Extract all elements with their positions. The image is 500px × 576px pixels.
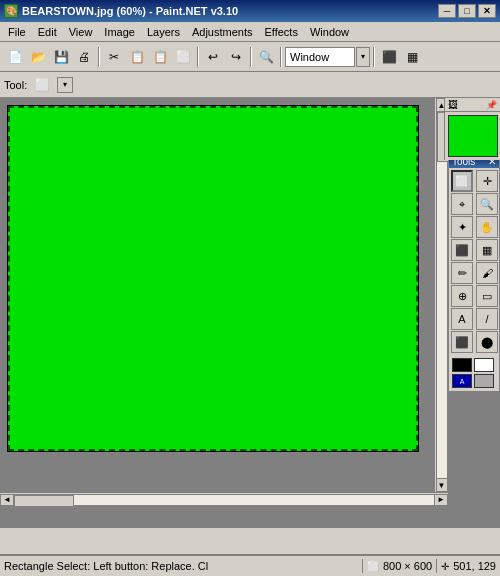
menu-image[interactable]: Image bbox=[98, 22, 141, 41]
menu-bar: File Edit View Image Layers Adjustments … bbox=[0, 22, 500, 42]
maximize-button[interactable]: □ bbox=[458, 4, 476, 18]
tool-pencil[interactable]: ✏ bbox=[451, 262, 473, 284]
hscroll-thumb[interactable] bbox=[14, 495, 74, 507]
vscroll-track[interactable] bbox=[436, 112, 448, 478]
undo-button[interactable]: ↩ bbox=[202, 46, 224, 68]
tool-zoom[interactable]: 🔍 bbox=[476, 193, 498, 215]
extra-btn2[interactable]: ▦ bbox=[401, 46, 423, 68]
tool-move[interactable]: ✛ bbox=[476, 170, 498, 192]
status-sep2 bbox=[436, 559, 437, 573]
thumbnail-panel: 🖼 📌 bbox=[444, 98, 500, 160]
thumbnail-pin-icon[interactable]: 📌 bbox=[486, 100, 497, 110]
menu-edit[interactable]: Edit bbox=[32, 22, 63, 41]
menu-file[interactable]: File bbox=[2, 22, 32, 41]
deselect-button[interactable]: ⬜ bbox=[172, 46, 194, 68]
tool-icon[interactable]: ⬜ bbox=[31, 74, 53, 96]
tool-magic-wand[interactable]: ✦ bbox=[451, 216, 473, 238]
tool-line[interactable]: / bbox=[476, 308, 498, 330]
status-sep1 bbox=[362, 559, 363, 573]
tool-brush[interactable]: 🖌 bbox=[476, 262, 498, 284]
color-section: A bbox=[449, 355, 499, 391]
tools-panel: Tools ✕ ⬜ ✛ ⌖ 🔍 ✦ ✋ ⬛ ▦ ✏ 🖌 ⊕ ▭ A / ⬛ ⬤ … bbox=[448, 154, 500, 392]
tool-rectangle[interactable]: ⬛ bbox=[451, 331, 473, 353]
close-button[interactable]: ✕ bbox=[478, 4, 496, 18]
cut-button[interactable]: ✂ bbox=[103, 46, 125, 68]
menu-adjustments[interactable]: Adjustments bbox=[186, 22, 259, 41]
zoom-button[interactable]: 🔍 bbox=[255, 46, 277, 68]
toolsel-bar: Tool: ⬜ ▾ bbox=[0, 72, 500, 98]
sep5 bbox=[373, 47, 375, 67]
tool-eraser[interactable]: ▭ bbox=[476, 285, 498, 307]
tools-grid: ⬜ ✛ ⌖ 🔍 ✦ ✋ ⬛ ▦ ✏ 🖌 ⊕ ▭ A / ⬛ ⬤ bbox=[449, 168, 499, 355]
size-icon: ⬜ bbox=[367, 561, 379, 572]
tool-clone-stamp[interactable]: ⊕ bbox=[451, 285, 473, 307]
canvas[interactable] bbox=[8, 106, 418, 451]
title-text: BEARSTOWN.jpg (60%) - Paint.NET v3.10 bbox=[22, 5, 238, 17]
color-4[interactable] bbox=[474, 374, 494, 388]
sep3 bbox=[250, 47, 252, 67]
redo-button[interactable]: ↪ bbox=[225, 46, 247, 68]
primary-color[interactable] bbox=[452, 358, 472, 372]
cursor-position: 501, 129 bbox=[453, 560, 496, 572]
status-tool-text: Rectangle Select: Left button: Replace. … bbox=[4, 560, 358, 572]
hscroll-track[interactable] bbox=[14, 494, 434, 506]
tool-text[interactable]: A bbox=[451, 308, 473, 330]
hscroll-right[interactable]: ► bbox=[434, 494, 448, 506]
save-button[interactable]: 💾 bbox=[50, 46, 72, 68]
menu-view[interactable]: View bbox=[63, 22, 99, 41]
menu-layers[interactable]: Layers bbox=[141, 22, 186, 41]
title-bar: 🎨 BEARSTOWN.jpg (60%) - Paint.NET v3.10 … bbox=[0, 0, 500, 22]
tool-rectangle-select[interactable]: ⬜ bbox=[451, 170, 473, 192]
title-bar-left: 🎨 BEARSTOWN.jpg (60%) - Paint.NET v3.10 bbox=[4, 4, 238, 18]
thumbnail-header: 🖼 📌 bbox=[445, 98, 500, 112]
tool-paint-bucket[interactable]: ⬛ bbox=[451, 239, 473, 261]
title-buttons[interactable]: ─ □ ✕ bbox=[438, 4, 496, 18]
tool-ellipse[interactable]: ⬤ bbox=[476, 331, 498, 353]
app-icon: 🎨 bbox=[4, 4, 18, 18]
minimize-button[interactable]: ─ bbox=[438, 4, 456, 18]
paste-button[interactable]: 📋 bbox=[149, 46, 171, 68]
main-area: 🖼 📌 Tools ✕ ⬜ ✛ ⌖ 🔍 ✦ ✋ ⬛ ▦ ✏ 🖌 ⊕ ▭ A / … bbox=[0, 98, 500, 528]
open-button[interactable]: 📂 bbox=[27, 46, 49, 68]
new-button[interactable]: 📄 bbox=[4, 46, 26, 68]
print-button[interactable]: 🖨 bbox=[73, 46, 95, 68]
extra-btn1[interactable]: ⬛ bbox=[378, 46, 400, 68]
toolbar: 📄 📂 💾 🖨 ✂ 📋 📋 ⬜ ↩ ↪ 🔍 Window ▾ ⬛ ▦ bbox=[0, 42, 500, 72]
secondary-color[interactable] bbox=[474, 358, 494, 372]
sep2 bbox=[197, 47, 199, 67]
tool-pan[interactable]: ✋ bbox=[476, 216, 498, 238]
tool-dropdown-arrow[interactable]: ▾ bbox=[57, 77, 73, 93]
window-dropdown[interactable]: Window bbox=[285, 47, 355, 67]
status-bar: Rectangle Select: Left button: Replace. … bbox=[0, 554, 500, 576]
color-3[interactable]: A bbox=[452, 374, 472, 388]
tool-lasso[interactable]: ⌖ bbox=[451, 193, 473, 215]
vscroll-down[interactable]: ▼ bbox=[436, 478, 448, 492]
menu-effects[interactable]: Effects bbox=[259, 22, 304, 41]
menu-window[interactable]: Window bbox=[304, 22, 355, 41]
canvas-size: 800 × 600 bbox=[383, 560, 432, 572]
tool-gradient[interactable]: ▦ bbox=[476, 239, 498, 261]
sep4 bbox=[280, 47, 282, 67]
tool-label: Tool: bbox=[4, 79, 27, 91]
hscroll[interactable]: ◄ ► bbox=[0, 492, 448, 506]
sep1 bbox=[98, 47, 100, 67]
thumbnail-image bbox=[448, 115, 498, 157]
hscroll-left[interactable]: ◄ bbox=[0, 494, 14, 506]
canvas-container bbox=[0, 98, 500, 498]
copy-button[interactable]: 📋 bbox=[126, 46, 148, 68]
pos-icon: ✛ bbox=[441, 561, 449, 572]
thumbnail-icon: 🖼 bbox=[448, 99, 458, 110]
window-dropdown-arrow[interactable]: ▾ bbox=[356, 47, 370, 67]
